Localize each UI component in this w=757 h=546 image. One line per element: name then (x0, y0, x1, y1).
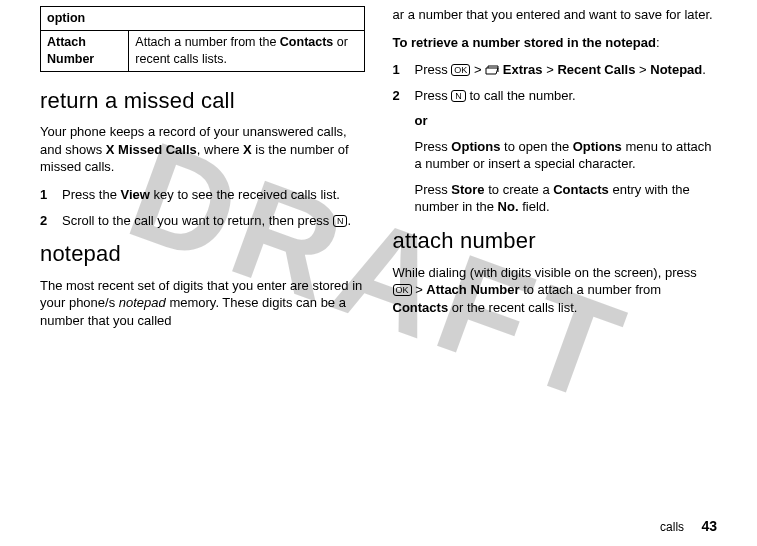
text: , where (197, 142, 243, 157)
send-key-icon: N (333, 215, 348, 227)
retrieve-lead-bold: To retrieve a number stored in the notep… (393, 35, 656, 50)
text: > (543, 62, 558, 77)
text: Scroll to the call you want to return, t… (62, 213, 333, 228)
extras-label: Extras (499, 62, 542, 77)
table-row: option (41, 7, 365, 31)
text: to open the (500, 139, 572, 154)
ok-key-icon: OK (393, 284, 412, 296)
text: : (656, 35, 660, 50)
text: Attach a number from the (135, 35, 280, 49)
text: Press (415, 139, 452, 154)
ok-key-icon: OK (451, 64, 470, 76)
text: to call the number. (466, 88, 576, 103)
heading-notepad: notepad (40, 239, 365, 269)
text: While dialing (with digits visible on th… (393, 265, 697, 280)
text: key to see the received calls list. (150, 187, 340, 202)
contacts-label: Contacts (280, 35, 333, 49)
notepad-paragraph: The most recent set of digits that you e… (40, 277, 365, 330)
store-label: Store (451, 182, 484, 197)
option-name-cell: Attach Number (41, 30, 129, 71)
text: field. (519, 199, 550, 214)
text: or the recent calls list. (448, 300, 577, 315)
send-key-icon: N (451, 90, 466, 102)
step-number: 2 (393, 87, 405, 105)
heading-attach-number: attach number (393, 226, 718, 256)
page-number: 43 (701, 518, 717, 534)
table-row: Attach Number Attach a number from the C… (41, 30, 365, 71)
attach-paragraph: While dialing (with digits visible on th… (393, 264, 718, 317)
page-content: option Attach Number Attach a number fro… (0, 0, 757, 500)
contacts-label: Contacts (393, 300, 449, 315)
option-desc-cell: Attach a number from the Contacts or rec… (129, 30, 364, 71)
recent-calls-label: Recent Calls (557, 62, 635, 77)
text: > (635, 62, 650, 77)
store-paragraph: Press Store to create a Contacts entry w… (415, 181, 718, 216)
footer-section: calls (660, 520, 684, 534)
step-text: Press the View key to see the received c… (62, 186, 365, 204)
attach-number-label: Attach Number (47, 35, 94, 66)
text: Press (415, 88, 452, 103)
left-column: option Attach Number Attach a number fro… (40, 6, 365, 500)
notepad-term: notepad (119, 295, 166, 310)
step-number: 1 (40, 186, 52, 204)
step-2: 2 Scroll to the call you want to return,… (40, 212, 365, 230)
right-step-1: 1 Press OK > Extras > Recent Calls > Not… (393, 61, 718, 79)
step-1: 1 Press the View key to see the received… (40, 186, 365, 204)
x-label: X (243, 142, 252, 157)
step-number: 1 (393, 61, 405, 79)
view-key-label: View (121, 187, 150, 202)
text: Press the (62, 187, 121, 202)
continuation-paragraph: ar a number that you entered and want to… (393, 6, 718, 24)
text: Press (415, 62, 452, 77)
attach-number-label: Attach Number (426, 282, 519, 297)
text: > (470, 62, 485, 77)
no-field-label: No. (498, 199, 519, 214)
text: . (347, 213, 351, 228)
step-text: Press N to call the number. (415, 87, 718, 105)
heading-return-missed-call: return a missed call (40, 86, 365, 116)
text: to create a (485, 182, 554, 197)
options-label-2: Options (573, 139, 622, 154)
page-footer: calls 43 (660, 517, 717, 536)
retrieve-lead: To retrieve a number stored in the notep… (393, 34, 718, 52)
return-paragraph: Your phone keeps a record of your unansw… (40, 123, 365, 176)
notepad-label: Notepad (650, 62, 702, 77)
options-label: Options (451, 139, 500, 154)
or-label: or (415, 112, 718, 130)
option-table: option Attach Number Attach a number fro… (40, 6, 365, 72)
options-paragraph: Press Options to open the Options menu t… (415, 138, 718, 173)
text: > (412, 282, 427, 297)
text: . (702, 62, 706, 77)
extras-icon (485, 65, 499, 76)
text: Press (415, 182, 452, 197)
right-step-2: 2 Press N to call the number. (393, 87, 718, 105)
option-header: option (41, 7, 365, 31)
right-column: ar a number that you entered and want to… (393, 6, 718, 500)
contacts-label: Contacts (553, 182, 609, 197)
step-number: 2 (40, 212, 52, 230)
x-missed-calls-label: X Missed Calls (106, 142, 197, 157)
step-text: Scroll to the call you want to return, t… (62, 212, 365, 230)
step-text: Press OK > Extras > Recent Calls > Notep… (415, 61, 718, 79)
text: to attach a number from (520, 282, 662, 297)
